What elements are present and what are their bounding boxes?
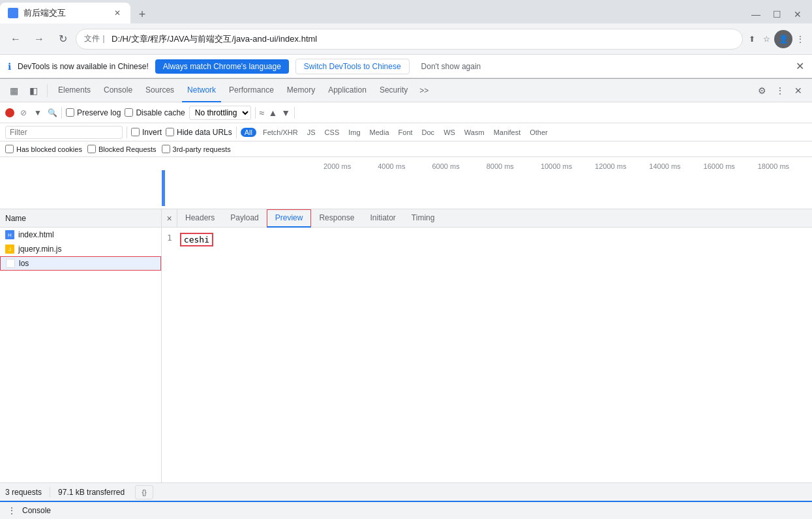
device-toolbar-button[interactable]: ◧ — [25, 82, 42, 99]
back-button[interactable]: ← — [5, 29, 26, 50]
tab-payload[interactable]: Payload — [222, 209, 266, 228]
filter-media[interactable]: Media — [367, 128, 392, 137]
filter-fetch-xhr[interactable]: Fetch/XHR — [260, 128, 301, 137]
browser-action-buttons: ⬆ ☆ 👤 ⋮ — [745, 30, 807, 48]
net-sep-1 — [61, 107, 62, 119]
tab-network[interactable]: Network — [182, 79, 221, 102]
url-scheme: 文件｜ — [84, 33, 108, 44]
console-drawer-bar[interactable]: ⋮ Console — [0, 501, 812, 519]
element-picker-button[interactable]: ▦ — [5, 82, 22, 99]
json-format-button[interactable]: {} — [135, 485, 153, 499]
minimize-button[interactable]: — — [747, 5, 765, 23]
devtools-close-button[interactable]: ✕ — [790, 82, 807, 99]
invert-checkbox[interactable]: Invert — [131, 128, 162, 137]
filter-js[interactable]: JS — [305, 128, 318, 137]
detail-close-button[interactable]: × — [162, 209, 177, 228]
line-numbers: 1 — [167, 233, 172, 477]
tab-preview[interactable]: Preview — [267, 209, 312, 228]
search-button[interactable]: 🔍 — [47, 108, 57, 118]
net-file-icon — [6, 259, 15, 268]
tab-close-button[interactable]: ✕ — [112, 8, 123, 18]
tab-timing[interactable]: Timing — [404, 209, 443, 228]
blocked-cookies-checkbox[interactable]: Has blocked cookies — [5, 145, 82, 153]
notification-close-button[interactable]: ✕ — [796, 60, 804, 72]
throttle-select[interactable]: No throttling — [189, 106, 251, 120]
share-icon[interactable]: ⬆ — [745, 33, 759, 46]
file-name-los: los — [19, 259, 29, 268]
filter-font[interactable]: Font — [396, 128, 415, 137]
tab-application[interactable]: Application — [323, 79, 372, 102]
timeline-label-2: 4000 ms — [378, 162, 432, 170]
tab-sources[interactable]: Sources — [140, 79, 179, 102]
new-tab-button[interactable]: + — [133, 5, 151, 23]
url-input[interactable]: 文件｜ D:/H/文章/程序/JAVA与前端交互/java-and-ui/ind… — [76, 29, 743, 50]
reload-button[interactable]: ↻ — [52, 29, 73, 50]
more-tabs-button[interactable]: >> — [415, 79, 432, 102]
tab-console[interactable]: Console — [98, 79, 138, 102]
devtools-toolbar: ▦ ◧ Elements Console Sources Network Per… — [0, 79, 812, 102]
devtools-menu-button[interactable]: ⋮ — [772, 82, 789, 99]
bottom-sep-1 — [50, 487, 50, 497]
preserve-log-checkbox[interactable]: Preserve log — [66, 108, 121, 117]
tab-bar: 前后端交互 ✕ + — ☐ ✕ — [0, 0, 812, 23]
tab-title: 前后端交互 — [23, 7, 107, 19]
tab-security[interactable]: Security — [374, 79, 413, 102]
preview-text: ceshi — [180, 233, 807, 477]
js-file-icon: J — [5, 245, 14, 254]
filter-sep-2 — [236, 126, 237, 138]
filter-img[interactable]: Img — [346, 128, 363, 137]
file-item-jquery[interactable]: J jquery.min.js — [0, 242, 161, 256]
tab-memory[interactable]: Memory — [282, 79, 320, 102]
filter-input[interactable] — [5, 126, 123, 139]
tab-elements[interactable]: Elements — [53, 79, 96, 102]
timeline-label-7: 14000 ms — [649, 162, 703, 170]
filter-css[interactable]: CSS — [322, 128, 342, 137]
record-button[interactable] — [5, 108, 14, 117]
tab-response[interactable]: Response — [311, 209, 362, 228]
filter-sep-1 — [127, 126, 127, 138]
line-number-1: 1 — [167, 233, 172, 243]
file-list-header: Name — [0, 209, 161, 228]
upload-icon[interactable]: ▲ — [268, 108, 277, 118]
tab-headers[interactable]: Headers — [177, 209, 222, 228]
third-party-checkbox[interactable]: 3rd-party requests — [162, 145, 231, 153]
filter-doc[interactable]: Doc — [419, 128, 438, 137]
disable-cache-checkbox[interactable]: Disable cache — [125, 108, 185, 117]
profile-button[interactable]: 👤 — [774, 30, 792, 48]
menu-icon[interactable]: ⋮ — [794, 33, 807, 46]
notification-bar: ℹ DevTools is now available in Chinese! … — [0, 55, 812, 78]
requests-count: 3 requests — [5, 488, 42, 497]
file-item-index-html[interactable]: H index.html — [0, 228, 161, 242]
forward-button[interactable]: → — [29, 29, 50, 50]
browser-frame: 前后端交互 ✕ + — ☐ ✕ ← → ↻ 文件｜ D:/H/文章/程序/JAV… — [0, 0, 812, 519]
hide-data-urls-checkbox[interactable]: Hide data URLs — [166, 128, 232, 137]
file-name-jquery: jquery.min.js — [18, 245, 61, 254]
filter-manifest[interactable]: Manifest — [491, 128, 524, 137]
clear-button[interactable]: ⊘ — [18, 108, 29, 118]
dont-show-again-button[interactable]: Don't show again — [416, 59, 487, 74]
url-path: D:/H/文章/程序/JAVA与前端交互/java-and-ui/index.h… — [112, 33, 734, 45]
switch-devtools-button[interactable]: Switch DevTools to Chinese — [295, 59, 410, 74]
tab-performance[interactable]: Performance — [224, 79, 279, 102]
filter-wasm[interactable]: Wasm — [462, 128, 487, 137]
filter-ws[interactable]: WS — [441, 128, 458, 137]
file-item-los[interactable]: los — [0, 256, 161, 271]
download-icon[interactable]: ▼ — [281, 108, 290, 118]
tab-initiator[interactable]: Initiator — [362, 209, 403, 228]
active-tab[interactable]: 前后端交互 ✕ — [0, 3, 130, 23]
console-label: Console — [22, 506, 51, 515]
filter-other[interactable]: Other — [527, 128, 550, 137]
timeline-label-8: 16000 ms — [704, 162, 758, 170]
settings-button[interactable]: ⚙ — [753, 82, 770, 99]
maximize-button[interactable]: ☐ — [768, 5, 786, 23]
filter-bar: Invert Hide data URLs All Fetch/XHR JS C… — [0, 123, 812, 141]
close-window-button[interactable]: ✕ — [789, 5, 807, 23]
name-column-header: Name — [5, 214, 26, 223]
bookmark-icon[interactable]: ☆ — [760, 33, 773, 46]
match-language-button[interactable]: Always match Chrome's language — [155, 59, 289, 74]
address-bar: ← → ↻ 文件｜ D:/H/文章/程序/JAVA与前端交互/java-and-… — [0, 23, 812, 55]
bottom-status-bar: 3 requests 97.1 kB transferred {} — [0, 482, 812, 501]
blocked-requests-checkbox[interactable]: Blocked Requests — [87, 145, 157, 153]
filter-all[interactable]: All — [241, 128, 256, 137]
filter-toggle-button[interactable]: ▼ — [33, 108, 43, 118]
